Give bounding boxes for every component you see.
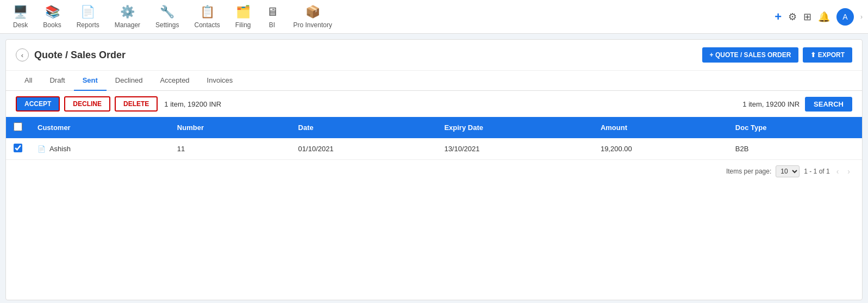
avatar-letter: A xyxy=(842,13,847,21)
data-table: Customer Number Date Expiry Date Amount … xyxy=(6,117,862,160)
nav-item-manager[interactable]: ⚙️ Manager xyxy=(107,1,148,33)
avatar[interactable]: A xyxy=(836,8,854,26)
nav-label-bi: BI xyxy=(269,21,275,29)
nav-item-contacts[interactable]: 📋 Contacts xyxy=(186,1,227,33)
nav-label-reports: Reports xyxy=(77,21,99,29)
tab-invoices[interactable]: Invoices xyxy=(198,71,242,91)
row-customer: 📄 Ashish xyxy=(30,138,170,160)
nav-label-pro-inventory: Pro Inventory xyxy=(294,21,332,29)
row-date-value: 01/10/2021 xyxy=(298,145,334,153)
back-button[interactable]: ‹ xyxy=(16,48,29,61)
nav-chevron-icon[interactable]: › xyxy=(860,13,863,21)
header-number: Number xyxy=(170,117,291,138)
filing-icon: 🗂️ xyxy=(236,5,251,19)
nav-label-contacts: Contacts xyxy=(194,21,220,29)
items-per-page-label: Items per page: xyxy=(726,168,771,175)
accept-button[interactable]: ACCEPT xyxy=(16,96,60,112)
tab-draft[interactable]: Draft xyxy=(41,71,73,91)
settings-gear-icon[interactable]: ⚙ xyxy=(788,11,797,23)
delete-button[interactable]: DELETE xyxy=(115,96,158,112)
tab-all[interactable]: All xyxy=(16,71,41,91)
page-header-left: ‹ Quote / Sales Order xyxy=(16,48,126,61)
next-page-button[interactable]: › xyxy=(845,166,852,177)
row-checkbox-cell xyxy=(6,138,30,160)
header-amount-label: Amount xyxy=(601,123,627,132)
row-checkbox[interactable] xyxy=(14,144,22,152)
row-amount: 19,200.00 xyxy=(593,138,728,160)
page-title: Quote / Sales Order xyxy=(34,50,126,61)
table-row: 📄 Ashish 11 01/10/2021 13/10/2021 19,200… xyxy=(6,138,862,160)
nav-item-pro-inventory[interactable]: 📦 Pro Inventory xyxy=(286,1,340,33)
nav-item-bi[interactable]: 🖥 BI xyxy=(259,1,286,33)
row-expiry-date: 13/10/2021 xyxy=(436,138,593,160)
header-date: Date xyxy=(291,117,437,138)
nav-item-books[interactable]: 📚 Books xyxy=(35,1,68,33)
nav-label-desk: Desk xyxy=(13,21,28,29)
tab-draft-label: Draft xyxy=(49,76,65,84)
main-area: ‹ Quote / Sales Order + QUOTE / SALES OR… xyxy=(5,39,863,300)
tab-invoices-label: Invoices xyxy=(207,76,233,84)
row-customer-value: Ashish xyxy=(49,145,71,153)
tab-accepted[interactable]: Accepted xyxy=(151,71,198,91)
nav-item-desk[interactable]: 🖥️ Desk xyxy=(5,1,35,33)
row-expiry-date-value: 13/10/2021 xyxy=(444,145,479,153)
page-info: 1 - 1 of 1 xyxy=(804,168,829,175)
quote-sales-order-button[interactable]: + QUOTE / SALES ORDER xyxy=(702,47,799,63)
nav-item-filing[interactable]: 🗂️ Filing xyxy=(228,1,259,33)
header-doc-type: Doc Type xyxy=(728,117,862,138)
header-buttons: + QUOTE / SALES ORDER ⬆ EXPORT xyxy=(702,47,852,63)
nav-label-manager: Manager xyxy=(115,21,140,29)
nav-label-books: Books xyxy=(43,21,61,29)
tab-sent[interactable]: Sent xyxy=(74,71,107,91)
selection-info: 1 item, 19200 INR xyxy=(164,100,221,108)
header-customer-label: Customer xyxy=(38,123,71,132)
tab-sent-label: Sent xyxy=(83,76,98,84)
action-bar: ACCEPT DECLINE DELETE 1 item, 19200 INR … xyxy=(6,91,862,117)
decline-button[interactable]: DECLINE xyxy=(64,96,110,112)
contacts-icon: 📋 xyxy=(200,5,215,19)
page-header: ‹ Quote / Sales Order + QUOTE / SALES OR… xyxy=(6,40,862,71)
top-nav: 🖥️ Desk 📚 Books 📄 Reports ⚙️ Manager 🔧 S… xyxy=(0,0,868,34)
reports-icon: 📄 xyxy=(80,5,95,19)
tab-all-label: All xyxy=(24,76,32,84)
nav-item-settings[interactable]: 🔧 Settings xyxy=(148,1,186,33)
tab-declined[interactable]: Declined xyxy=(107,71,152,91)
row-amount-value: 19,200.00 xyxy=(601,145,632,153)
per-page-select[interactable]: 10 25 50 xyxy=(776,165,800,177)
row-doc-type: B2B xyxy=(728,138,862,160)
row-doc-type-value: B2B xyxy=(735,145,749,153)
header-checkbox[interactable] xyxy=(14,122,22,131)
manager-icon: ⚙️ xyxy=(120,5,135,19)
header-checkbox-cell xyxy=(6,117,30,138)
header-expiry-date-label: Expiry Date xyxy=(444,123,483,132)
bi-icon: 🖥 xyxy=(266,5,278,19)
row-date: 01/10/2021 xyxy=(291,138,437,160)
search-button[interactable]: SEARCH xyxy=(805,97,852,112)
header-customer: Customer xyxy=(30,117,170,138)
action-bar-right: 1 item, 19200 INR SEARCH xyxy=(742,97,852,112)
nav-label-filing: Filing xyxy=(235,21,251,29)
add-button[interactable]: + xyxy=(775,10,782,24)
pagination: Items per page: 10 25 50 1 - 1 of 1 ‹ › xyxy=(6,160,862,183)
notification-icon[interactable]: 🔔 xyxy=(818,11,830,23)
grid-icon[interactable]: ⊞ xyxy=(803,11,811,23)
header-doc-type-label: Doc Type xyxy=(735,123,767,132)
nav-actions: + ⚙ ⊞ 🔔 A › xyxy=(775,8,863,26)
tab-declined-label: Declined xyxy=(115,76,143,84)
pro-inventory-icon: 📦 xyxy=(305,5,320,19)
nav-item-reports[interactable]: 📄 Reports xyxy=(69,1,107,33)
export-button[interactable]: ⬆ EXPORT xyxy=(803,47,852,63)
books-icon: 📚 xyxy=(45,5,60,19)
header-date-label: Date xyxy=(298,123,314,132)
prev-page-button[interactable]: ‹ xyxy=(834,166,841,177)
count-text: 1 item, 19200 INR xyxy=(742,100,800,108)
row-doc-icon: 📄 xyxy=(38,145,46,153)
header-number-label: Number xyxy=(177,123,204,132)
nav-label-settings: Settings xyxy=(155,21,179,29)
tab-accepted-label: Accepted xyxy=(160,76,189,84)
settings-icon: 🔧 xyxy=(160,5,174,19)
row-number: 11 xyxy=(170,138,291,160)
table-header-row: Customer Number Date Expiry Date Amount … xyxy=(6,117,862,138)
back-icon: ‹ xyxy=(21,51,23,59)
row-number-value: 11 xyxy=(177,145,185,153)
